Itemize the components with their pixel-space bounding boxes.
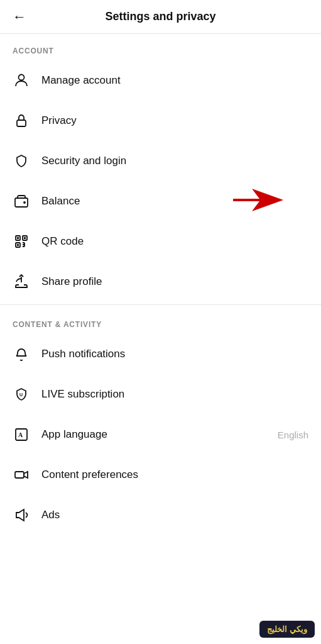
section-divider [0,304,321,305]
svg-point-0 [19,75,24,80]
balance-item[interactable]: Balance [0,181,321,221]
ads-label: Ads [41,509,308,521]
bell-icon [13,345,30,363]
app-language-value: English [278,430,308,440]
push-notifications-label: Push notifications [41,348,308,360]
header: ← Settings and privacy [0,0,321,34]
svg-rect-7 [17,237,19,239]
live-subscription-label: LIVE subscription [41,388,308,401]
security-login-label: Security and login [41,155,308,167]
app-language-item[interactable]: A App language English [0,414,321,455]
back-button[interactable]: ← [13,9,26,25]
account-section: ACCOUNT Manage account Privacy Security … [0,34,321,302]
share-icon [13,273,30,291]
speaker-icon [13,506,30,524]
svg-rect-1 [17,120,26,126]
balance-label: Balance [41,195,308,208]
svg-rect-13 [15,472,24,478]
person-icon [13,72,30,89]
qr-icon [13,233,30,250]
font-icon: A [13,426,30,443]
app-language-label: App language [41,428,273,441]
content-activity-label: CONTENT & ACTIVITY [0,308,321,334]
wallet-icon [13,192,30,210]
watermark: ويكي الخليج [259,621,315,638]
share-profile-item[interactable]: Share profile [0,262,321,302]
privacy-label: Privacy [41,114,308,127]
manage-account-label: Manage account [41,74,308,87]
page-title: Settings and privacy [105,10,215,23]
push-notifications-item[interactable]: Push notifications [0,334,321,374]
qr-code-item[interactable]: QR code [0,221,321,262]
shield-icon [13,152,30,170]
shield-live-icon: U [13,386,30,403]
security-login-item[interactable]: Security and login [0,141,321,181]
video-icon [13,466,30,484]
live-subscription-item[interactable]: U LIVE subscription [0,374,321,414]
qr-code-label: QR code [41,235,308,248]
ads-item[interactable]: Ads [0,495,321,535]
share-profile-label: Share profile [41,275,308,288]
svg-rect-9 [17,244,19,246]
manage-account-item[interactable]: Manage account [0,60,321,101]
lock-icon [13,112,30,130]
svg-marker-14 [16,509,24,521]
svg-rect-2 [15,198,28,207]
svg-rect-8 [24,237,26,239]
account-section-label: ACCOUNT [0,34,321,60]
privacy-item[interactable]: Privacy [0,101,321,141]
svg-text:U: U [19,392,23,397]
content-preferences-label: Content preferences [41,469,308,481]
content-activity-section: CONTENT & ACTIVITY Push notifications U … [0,308,321,535]
svg-text:A: A [18,431,23,438]
content-preferences-item[interactable]: Content preferences [0,455,321,495]
